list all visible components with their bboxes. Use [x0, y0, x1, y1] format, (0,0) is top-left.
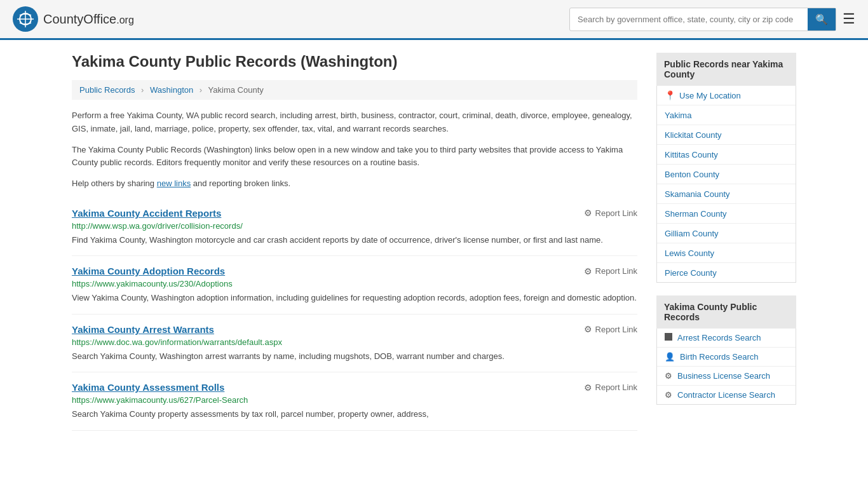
sidebar-record-link-1[interactable]: Birth Records Search	[680, 352, 759, 362]
nearby-section: Public Records near Yakima County 📍 Use …	[656, 53, 796, 283]
record-title-0[interactable]: Yakima County Accident Reports	[72, 208, 221, 219]
record-entry: Yakima County Adoption Records ⚙ Report …	[72, 256, 637, 315]
nearby-link-1[interactable]: Klickitat County	[665, 130, 722, 140]
gear-icon: ⚙	[665, 390, 672, 400]
record-url-2[interactable]: https://www.doc.wa.gov/information/warra…	[72, 337, 637, 347]
logo-text: CountyOffice.org	[43, 12, 134, 27]
nearby-place-7[interactable]: Lewis County	[657, 243, 796, 263]
nearby-link-7[interactable]: Lewis County	[665, 248, 714, 258]
intro-paragraph-2: The Yakima County Public Records (Washin…	[72, 144, 637, 170]
records-container: Yakima County Accident Reports ⚙ Report …	[72, 198, 637, 431]
sidebar-record-item-2[interactable]: ⚙Business License Search	[657, 367, 796, 386]
report-icon-2: ⚙	[584, 324, 592, 334]
sidebar-records-list: Arrest Records Search👤Birth Records Sear…	[656, 329, 796, 405]
nearby-link-4[interactable]: Skamania County	[665, 189, 730, 199]
nearby-header: Public Records near Yakima County	[656, 53, 796, 86]
use-my-location-link[interactable]: Use My Location	[679, 91, 741, 100]
menu-button[interactable]: ☰	[843, 11, 855, 27]
record-title-2[interactable]: Yakima County Arrest Warrants	[72, 324, 214, 335]
sidebar-record-link-2[interactable]: Business License Search	[677, 371, 770, 381]
record-url-0[interactable]: http://www.wsp.wa.gov/driver/collision-r…	[72, 221, 637, 231]
intro-paragraph-3: Help others by sharing new links and rep…	[72, 177, 637, 191]
sidebar-record-item-0[interactable]: Arrest Records Search	[657, 329, 796, 348]
record-entry: Yakima County Accident Reports ⚙ Report …	[72, 198, 637, 257]
person-icon: 👤	[665, 352, 675, 362]
logo-icon	[13, 6, 38, 32]
location-icon: 📍	[665, 90, 675, 100]
header-right: 🔍 ☰	[569, 8, 855, 31]
breadcrumb: Public Records › Washington › Yakima Cou…	[72, 80, 637, 100]
nearby-place-6[interactable]: Gilliam County	[657, 224, 796, 243]
sidebar-record-link-3[interactable]: Contractor License Search	[677, 390, 775, 400]
report-link-2[interactable]: ⚙ Report Link	[584, 324, 637, 334]
record-title-1[interactable]: Yakima County Adoption Records	[72, 266, 225, 276]
sidebar-record-link-0[interactable]: Arrest Records Search	[677, 333, 761, 342]
logo-name: CountyOffice	[43, 12, 116, 26]
record-desc-3: Search Yakima County property assessment…	[72, 408, 637, 421]
report-icon-1: ⚙	[584, 266, 592, 276]
breadcrumb-current: Yakima County	[208, 85, 264, 95]
record-url-1[interactable]: https://www.yakimacounty.us/230/Adoption…	[72, 279, 637, 288]
report-icon-3: ⚙	[584, 383, 592, 393]
record-desc-2: Search Yakima County, Washington arrest …	[72, 350, 637, 363]
nearby-link-0[interactable]: Yakima	[665, 111, 691, 120]
main-container: Yakima County Public Records (Washington…	[53, 40, 815, 444]
intro-prefix: Help others by sharing	[72, 179, 154, 188]
report-link-0[interactable]: ⚙ Report Link	[584, 208, 637, 218]
square-icon	[665, 333, 672, 342]
intro-suffix: and reporting broken links.	[193, 179, 290, 188]
sidebar-record-item-3[interactable]: ⚙Contractor License Search	[657, 386, 796, 404]
page-title: Yakima County Public Records (Washington…	[72, 53, 637, 71]
nearby-place-0[interactable]: Yakima	[657, 105, 796, 125]
record-header: Yakima County Accident Reports ⚙ Report …	[72, 208, 637, 219]
logo-area: CountyOffice.org	[13, 6, 134, 32]
record-header: Yakima County Arrest Warrants ⚙ Report L…	[72, 324, 637, 335]
breadcrumb-washington[interactable]: Washington	[150, 85, 193, 95]
record-desc-1: View Yakima County, Washington adoption …	[72, 292, 637, 304]
content-area: Yakima County Public Records (Washington…	[72, 53, 637, 431]
report-link-1[interactable]: ⚙ Report Link	[584, 266, 637, 276]
search-button[interactable]: 🔍	[808, 8, 836, 30]
report-link-3[interactable]: ⚙ Report Link	[584, 383, 637, 393]
nearby-link-2[interactable]: Kittitas County	[665, 150, 718, 159]
nearby-link-6[interactable]: Gilliam County	[665, 229, 719, 238]
breadcrumb-sep-2: ›	[200, 85, 202, 95]
record-title-3[interactable]: Yakima County Assessment Rolls	[72, 382, 224, 393]
nearby-list: 📍 Use My Location YakimaKlickitat County…	[656, 86, 796, 283]
sidebar-record-item-1[interactable]: 👤Birth Records Search	[657, 348, 796, 367]
logo-suffix: .org	[116, 15, 134, 25]
record-header: Yakima County Assessment Rolls ⚙ Report …	[72, 382, 637, 393]
record-desc-0: Find Yakima County, Washington motorcycl…	[72, 234, 637, 247]
report-icon-0: ⚙	[584, 208, 592, 218]
nearby-link-3[interactable]: Benton County	[665, 170, 719, 179]
nearby-link-8[interactable]: Pierce County	[665, 268, 717, 278]
nearby-link-5[interactable]: Sherman County	[665, 209, 727, 219]
nearby-place-5[interactable]: Sherman County	[657, 204, 796, 224]
record-entry: Yakima County Assessment Rolls ⚙ Report …	[72, 372, 637, 431]
record-url-3[interactable]: https://www.yakimacounty.us/627/Parcel-S…	[72, 395, 637, 405]
records-section-header: Yakima County Public Records	[656, 295, 796, 329]
site-header: CountyOffice.org 🔍 ☰	[0, 0, 868, 40]
intro-paragraph-1: Perform a free Yakima County, WA public …	[72, 109, 637, 136]
record-entry: Yakima County Arrest Warrants ⚙ Report L…	[72, 315, 637, 373]
records-section: Yakima County Public Records Arrest Reco…	[656, 295, 796, 405]
breadcrumb-public-records[interactable]: Public Records	[79, 85, 135, 95]
nearby-place-1[interactable]: Klickitat County	[657, 125, 796, 145]
nearby-place-3[interactable]: Benton County	[657, 165, 796, 184]
sidebar: Public Records near Yakima County 📍 Use …	[656, 53, 796, 431]
search-bar: 🔍	[569, 8, 836, 31]
nearby-place-4[interactable]: Skamania County	[657, 184, 796, 204]
use-my-location-item[interactable]: 📍 Use My Location	[657, 86, 796, 105]
nearby-place-8[interactable]: Pierce County	[657, 263, 796, 282]
new-links-link[interactable]: new links	[157, 179, 191, 188]
gear-icon: ⚙	[665, 371, 672, 381]
nearby-place-2[interactable]: Kittitas County	[657, 145, 796, 165]
search-input[interactable]	[570, 10, 808, 29]
breadcrumb-sep-1: ›	[141, 85, 144, 95]
record-header: Yakima County Adoption Records ⚙ Report …	[72, 266, 637, 276]
